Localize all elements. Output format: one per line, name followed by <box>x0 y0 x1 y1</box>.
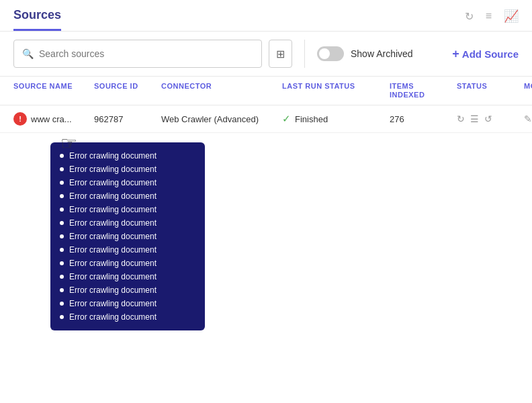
tooltip-bullet <box>60 154 64 158</box>
refresh-icon[interactable]: ↻ <box>465 10 474 23</box>
tooltip-item: Error crawling document <box>60 189 195 203</box>
page-title: Sources <box>13 8 61 31</box>
tooltip-bullet <box>60 234 64 238</box>
more-actions-cell: ✎ ⧉ 🗑 <box>524 114 532 125</box>
add-source-label: Add Source <box>462 48 519 60</box>
tooltip-text: Error crawling document <box>69 285 157 295</box>
items-indexed-cell: 276 <box>390 114 457 124</box>
run-icon[interactable]: ↻ <box>457 114 465 124</box>
list-icon[interactable]: ≡ <box>486 10 492 22</box>
source-name-cell: ! www cra... <box>13 112 94 126</box>
tooltip-item: Error crawling document <box>60 216 195 230</box>
warning-icon[interactable]: ! <box>13 112 27 126</box>
tooltip-bullet <box>60 221 64 225</box>
source-id-cell: 962787 <box>94 114 161 124</box>
status-actions-cell: ↻ ☰ ↺ <box>457 114 524 124</box>
tooltip-text: Error crawling document <box>69 232 157 241</box>
show-archived-toggle[interactable] <box>317 46 344 61</box>
edit-icon[interactable]: ✎ <box>524 114 532 124</box>
tooltip-item: Error crawling document <box>60 149 195 163</box>
toolbar: 🔍 ⊞ Show Archived + Add Source <box>0 32 532 77</box>
tooltip-item: Error crawling document <box>60 310 195 324</box>
tooltip-item: Error crawling document <box>60 176 195 189</box>
tooltip-item: Error crawling document <box>60 283 195 297</box>
add-source-button[interactable]: + Add Source <box>452 47 519 61</box>
tooltip-item: Error crawling document <box>60 297 195 310</box>
col-modified-by: MODIFIED BY <box>524 82 532 99</box>
tooltip-item: Error crawling document <box>60 257 195 270</box>
tooltip-item: Error crawling document <box>60 243 195 257</box>
history-icon[interactable]: ☰ <box>470 114 479 124</box>
col-source-id: SOURCE ID <box>94 82 161 99</box>
tooltip-text: Error crawling document <box>69 312 157 322</box>
tooltip-popup: Error crawling documentError crawling do… <box>50 142 205 330</box>
tooltip-bullet <box>60 167 64 171</box>
tooltip-text: Error crawling document <box>69 165 157 174</box>
status-text: Finished <box>295 114 328 124</box>
revert-icon[interactable]: ↺ <box>484 114 492 124</box>
tooltip-text: Error crawling document <box>69 245 157 255</box>
col-source-name: SOURCE NAME <box>13 82 94 99</box>
tooltip-bullet <box>60 275 64 279</box>
table-header: SOURCE NAME SOURCE ID CONNECTOR LAST RUN… <box>0 77 532 105</box>
tooltip-item: Error crawling document <box>60 270 195 283</box>
tooltip-text: Error crawling document <box>69 205 157 214</box>
tooltip-bullet <box>60 315 64 319</box>
tooltip-text: Error crawling document <box>69 259 157 268</box>
tooltip-bullet <box>60 181 64 185</box>
tooltip-text: Error crawling document <box>69 299 157 308</box>
top-bar: Sources ↻ ≡ 📈 <box>0 0 532 32</box>
tooltip-bullet <box>60 302 64 306</box>
show-archived-toggle-group: Show Archived <box>317 46 413 61</box>
add-source-plus-icon: + <box>452 47 459 61</box>
tooltip-text: Error crawling document <box>69 272 157 281</box>
col-connector: CONNECTOR <box>161 82 282 99</box>
tooltip-item: Error crawling document <box>60 230 195 243</box>
last-run-status-cell: ✓ Finished <box>282 113 390 125</box>
show-archived-label: Show Archived <box>351 48 413 59</box>
tooltip-bullet <box>60 208 64 212</box>
tooltip-text: Error crawling document <box>69 178 157 187</box>
tooltip-text: Error crawling document <box>69 151 157 161</box>
tooltip-item: Error crawling document <box>60 203 195 216</box>
tooltip-bullet <box>60 261 64 265</box>
chart-icon[interactable]: 📈 <box>504 9 519 24</box>
table-row: ! www cra... 962787 Web Crawler (Advance… <box>0 105 532 133</box>
tooltip-text: Error crawling document <box>69 218 157 228</box>
tooltip-bullet <box>60 248 64 252</box>
connector-cell: Web Crawler (Advanced) <box>161 114 282 124</box>
col-last-run-status: LAST RUN STATUS <box>282 82 390 99</box>
source-name-text: www cra... <box>31 114 72 124</box>
tooltip-bullet <box>60 194 64 198</box>
top-icons: ↻ ≡ 📈 <box>465 9 519 30</box>
search-box[interactable]: 🔍 <box>13 40 262 68</box>
tooltip-text: Error crawling document <box>69 191 157 201</box>
col-items-indexed: ITEMS INDEXED <box>390 82 457 99</box>
col-items-line1: ITEMS <box>390 82 457 91</box>
col-items-line2: INDEXED <box>390 91 457 99</box>
tooltip-item: Error crawling document <box>60 163 195 176</box>
check-icon: ✓ <box>282 113 291 125</box>
toolbar-divider <box>304 40 305 68</box>
grid-view-button[interactable]: ⊞ <box>269 40 292 68</box>
search-icon: 🔍 <box>22 48 34 59</box>
search-input[interactable] <box>39 48 253 59</box>
col-status: STATUS <box>457 82 524 99</box>
tooltip-bullet <box>60 288 64 292</box>
